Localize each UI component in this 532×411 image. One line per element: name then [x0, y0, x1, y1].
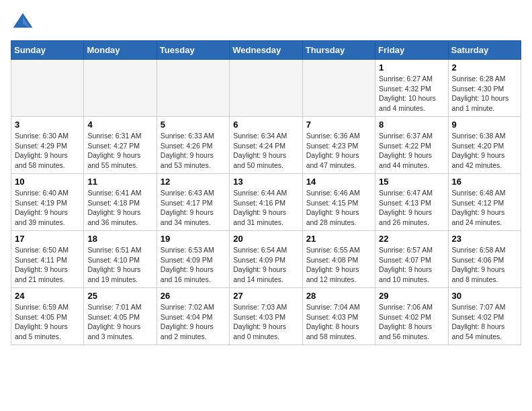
day-info: Sunrise: 6:36 AM Sunset: 4:23 PM Dayligh…	[306, 131, 371, 171]
day-number: 13	[233, 177, 298, 187]
weekday-header-sunday: Sunday	[11, 41, 84, 60]
calendar-cell: 14Sunrise: 6:46 AM Sunset: 4:15 PM Dayli…	[302, 174, 375, 231]
day-info: Sunrise: 6:54 AM Sunset: 4:09 PM Dayligh…	[233, 245, 298, 285]
day-number: 19	[161, 234, 226, 244]
day-number: 17	[15, 234, 80, 244]
calendar-cell	[302, 60, 375, 117]
day-info: Sunrise: 6:55 AM Sunset: 4:08 PM Dayligh…	[306, 245, 371, 285]
day-info: Sunrise: 6:34 AM Sunset: 4:24 PM Dayligh…	[233, 131, 298, 171]
weekday-header-saturday: Saturday	[448, 41, 521, 60]
calendar-week-4: 17Sunrise: 6:50 AM Sunset: 4:11 PM Dayli…	[11, 231, 521, 288]
day-number: 26	[161, 291, 226, 301]
calendar-cell: 10Sunrise: 6:40 AM Sunset: 4:19 PM Dayli…	[11, 174, 84, 231]
calendar-cell	[84, 60, 157, 117]
day-info: Sunrise: 6:47 AM Sunset: 4:13 PM Dayligh…	[379, 188, 444, 228]
day-info: Sunrise: 6:58 AM Sunset: 4:06 PM Dayligh…	[452, 245, 517, 285]
day-number: 25	[87, 291, 152, 301]
day-number: 22	[379, 234, 444, 244]
calendar-table: SundayMondayTuesdayWednesdayThursdayFrid…	[11, 40, 521, 345]
day-info: Sunrise: 6:40 AM Sunset: 4:19 PM Dayligh…	[15, 188, 80, 228]
calendar-cell: 19Sunrise: 6:53 AM Sunset: 4:09 PM Dayli…	[157, 231, 229, 288]
weekday-header-tuesday: Tuesday	[157, 41, 229, 60]
weekday-header-monday: Monday	[84, 41, 157, 60]
day-number: 18	[87, 234, 152, 244]
calendar-week-3: 10Sunrise: 6:40 AM Sunset: 4:19 PM Dayli…	[11, 174, 521, 231]
day-info: Sunrise: 7:03 AM Sunset: 4:03 PM Dayligh…	[233, 302, 298, 342]
calendar-cell: 5Sunrise: 6:33 AM Sunset: 4:26 PM Daylig…	[157, 117, 229, 174]
day-info: Sunrise: 6:46 AM Sunset: 4:15 PM Dayligh…	[306, 188, 371, 228]
calendar-cell: 3Sunrise: 6:30 AM Sunset: 4:29 PM Daylig…	[11, 117, 84, 174]
day-info: Sunrise: 6:48 AM Sunset: 4:12 PM Dayligh…	[452, 188, 517, 228]
weekday-header-thursday: Thursday	[302, 41, 375, 60]
day-number: 16	[452, 177, 517, 187]
calendar-week-2: 3Sunrise: 6:30 AM Sunset: 4:29 PM Daylig…	[11, 117, 521, 174]
day-number: 5	[161, 120, 226, 130]
calendar-cell: 17Sunrise: 6:50 AM Sunset: 4:11 PM Dayli…	[11, 231, 84, 288]
weekday-header-row: SundayMondayTuesdayWednesdayThursdayFrid…	[11, 41, 521, 60]
logo	[11, 11, 38, 35]
day-number: 30	[452, 291, 517, 301]
calendar-week-5: 24Sunrise: 6:59 AM Sunset: 4:05 PM Dayli…	[11, 288, 521, 345]
calendar-cell: 1Sunrise: 6:27 AM Sunset: 4:32 PM Daylig…	[375, 60, 448, 117]
logo-icon	[11, 11, 35, 35]
day-info: Sunrise: 7:07 AM Sunset: 4:02 PM Dayligh…	[452, 302, 517, 342]
calendar-cell: 16Sunrise: 6:48 AM Sunset: 4:12 PM Dayli…	[448, 174, 521, 231]
day-info: Sunrise: 6:33 AM Sunset: 4:26 PM Dayligh…	[161, 131, 226, 171]
day-number: 14	[306, 177, 371, 187]
day-number: 7	[306, 120, 371, 130]
day-info: Sunrise: 6:51 AM Sunset: 4:10 PM Dayligh…	[87, 245, 152, 285]
calendar-cell: 30Sunrise: 7:07 AM Sunset: 4:02 PM Dayli…	[448, 288, 521, 345]
calendar-cell: 27Sunrise: 7:03 AM Sunset: 4:03 PM Dayli…	[230, 288, 302, 345]
day-number: 4	[87, 120, 152, 130]
calendar-cell: 20Sunrise: 6:54 AM Sunset: 4:09 PM Dayli…	[230, 231, 302, 288]
day-number: 28	[306, 291, 371, 301]
day-info: Sunrise: 6:30 AM Sunset: 4:29 PM Dayligh…	[15, 131, 80, 171]
calendar-cell: 6Sunrise: 6:34 AM Sunset: 4:24 PM Daylig…	[230, 117, 302, 174]
calendar-cell: 11Sunrise: 6:41 AM Sunset: 4:18 PM Dayli…	[84, 174, 157, 231]
calendar-cell	[11, 60, 84, 117]
day-info: Sunrise: 6:31 AM Sunset: 4:27 PM Dayligh…	[87, 131, 152, 171]
calendar-cell: 22Sunrise: 6:57 AM Sunset: 4:07 PM Dayli…	[375, 231, 448, 288]
day-info: Sunrise: 6:38 AM Sunset: 4:20 PM Dayligh…	[452, 131, 517, 171]
calendar-cell: 4Sunrise: 6:31 AM Sunset: 4:27 PM Daylig…	[84, 117, 157, 174]
day-number: 27	[233, 291, 298, 301]
day-number: 9	[452, 120, 517, 130]
day-number: 12	[161, 177, 226, 187]
day-info: Sunrise: 6:53 AM Sunset: 4:09 PM Dayligh…	[161, 245, 226, 285]
day-number: 20	[233, 234, 298, 244]
day-info: Sunrise: 6:57 AM Sunset: 4:07 PM Dayligh…	[379, 245, 444, 285]
day-info: Sunrise: 6:27 AM Sunset: 4:32 PM Dayligh…	[379, 74, 444, 113]
day-info: Sunrise: 7:02 AM Sunset: 4:04 PM Dayligh…	[161, 302, 226, 342]
calendar-cell: 23Sunrise: 6:58 AM Sunset: 4:06 PM Dayli…	[448, 231, 521, 288]
day-info: Sunrise: 7:06 AM Sunset: 4:02 PM Dayligh…	[379, 302, 444, 342]
calendar-cell: 21Sunrise: 6:55 AM Sunset: 4:08 PM Dayli…	[302, 231, 375, 288]
day-number: 21	[306, 234, 371, 244]
day-info: Sunrise: 6:59 AM Sunset: 4:05 PM Dayligh…	[15, 302, 80, 342]
calendar-cell: 18Sunrise: 6:51 AM Sunset: 4:10 PM Dayli…	[84, 231, 157, 288]
calendar-cell: 28Sunrise: 7:04 AM Sunset: 4:03 PM Dayli…	[302, 288, 375, 345]
day-info: Sunrise: 6:37 AM Sunset: 4:22 PM Dayligh…	[379, 131, 444, 171]
weekday-header-friday: Friday	[375, 41, 448, 60]
day-number: 6	[233, 120, 298, 130]
day-info: Sunrise: 7:01 AM Sunset: 4:05 PM Dayligh…	[87, 302, 152, 342]
day-number: 15	[379, 177, 444, 187]
calendar-cell: 26Sunrise: 7:02 AM Sunset: 4:04 PM Dayli…	[157, 288, 229, 345]
day-info: Sunrise: 6:50 AM Sunset: 4:11 PM Dayligh…	[15, 245, 80, 285]
weekday-header-wednesday: Wednesday	[230, 41, 302, 60]
day-number: 2	[452, 62, 517, 73]
day-info: Sunrise: 7:04 AM Sunset: 4:03 PM Dayligh…	[306, 302, 371, 342]
day-number: 1	[379, 62, 444, 73]
day-number: 11	[87, 177, 152, 187]
day-info: Sunrise: 6:43 AM Sunset: 4:17 PM Dayligh…	[161, 188, 226, 228]
day-info: Sunrise: 6:44 AM Sunset: 4:16 PM Dayligh…	[233, 188, 298, 228]
calendar-cell: 12Sunrise: 6:43 AM Sunset: 4:17 PM Dayli…	[157, 174, 229, 231]
header	[11, 11, 521, 35]
calendar-cell	[157, 60, 229, 117]
calendar-week-1: 1Sunrise: 6:27 AM Sunset: 4:32 PM Daylig…	[11, 60, 521, 117]
day-number: 23	[452, 234, 517, 244]
day-number: 8	[379, 120, 444, 130]
calendar-cell: 15Sunrise: 6:47 AM Sunset: 4:13 PM Dayli…	[375, 174, 448, 231]
calendar-cell: 9Sunrise: 6:38 AM Sunset: 4:20 PM Daylig…	[448, 117, 521, 174]
calendar-cell: 13Sunrise: 6:44 AM Sunset: 4:16 PM Dayli…	[230, 174, 302, 231]
day-info: Sunrise: 6:41 AM Sunset: 4:18 PM Dayligh…	[87, 188, 152, 228]
